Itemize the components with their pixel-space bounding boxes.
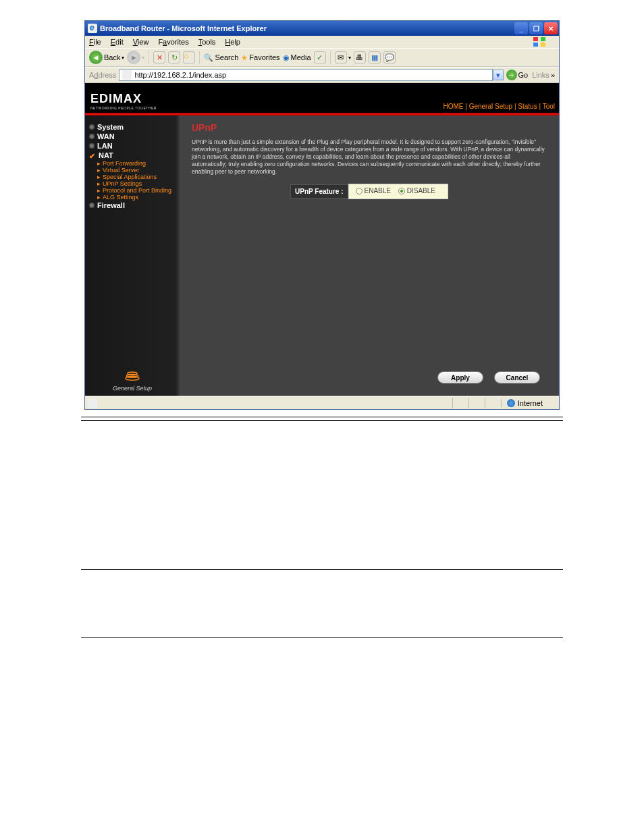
bullet-icon	[89, 124, 95, 130]
edit-page-button[interactable]: ▦	[369, 51, 381, 63]
globe-icon	[507, 399, 515, 407]
sidebar-sub-special-applications[interactable]: ▸Special Applications	[89, 174, 177, 180]
main-panel: UPnP UPnP is more than just a simple ext…	[180, 115, 559, 396]
bullet-icon	[89, 134, 95, 139]
sidebar-item-nat[interactable]: ✔NAT	[89, 151, 177, 160]
arrow-icon: ▸	[97, 180, 101, 187]
back-button[interactable]: ◄Back▾	[89, 51, 124, 64]
menu-favorites[interactable]: Favorites	[158, 38, 188, 46]
menu-tools[interactable]: Tools	[198, 38, 216, 46]
upnp-feature-row: UPnP Feature : ENABLE DISABLE	[192, 184, 547, 199]
window-title: Broadband Router - Microsoft Internet Ex…	[100, 24, 514, 32]
top-nav: HOME | General Setup | Status | Tool	[443, 103, 555, 110]
favorites-button[interactable]: ★Favorites	[241, 53, 279, 62]
windows-flag-icon	[533, 37, 545, 47]
bullet-icon	[89, 143, 95, 149]
media-button[interactable]: ◉Media	[283, 53, 311, 62]
title-bar: Broadband Router - Microsoft Internet Ex…	[85, 21, 559, 36]
page-header: EDIMAX NETWORKING PEOPLE TOGETHER HOME |…	[85, 83, 559, 113]
home-button[interactable]: ⌂	[183, 51, 195, 63]
url-input[interactable]: http://192.168.2.1/index.asp	[119, 69, 492, 81]
page-icon	[122, 70, 132, 80]
restore-button[interactable]: ❐	[529, 22, 543, 34]
radio-disable[interactable]: DISABLE	[398, 187, 435, 194]
tab-tool[interactable]: Tool	[543, 103, 555, 110]
url-dropdown[interactable]: ▾	[493, 70, 504, 80]
links-chevron-icon[interactable]: »	[551, 71, 555, 79]
ie-window: Broadband Router - Microsoft Internet Ex…	[84, 20, 560, 410]
stop-button[interactable]: ✕	[153, 51, 165, 63]
tab-general-setup[interactable]: General Setup	[469, 103, 513, 110]
print-button[interactable]: 🖶	[354, 51, 366, 63]
upnp-feature-label: UPnP Feature :	[290, 184, 348, 199]
sidebar-sub-virtual-server[interactable]: ▸Virtual Server	[89, 167, 177, 174]
arrow-icon: ▸	[97, 174, 101, 180]
radio-icon	[398, 188, 405, 194]
menu-edit[interactable]: Edit	[111, 38, 124, 46]
arrow-icon: ▸	[97, 167, 101, 174]
tab-home[interactable]: HOME	[443, 103, 463, 110]
separator-lines	[81, 637, 563, 638]
mail-button[interactable]: ✉▾	[335, 51, 351, 63]
sidebar-item-lan[interactable]: LAN	[89, 141, 177, 151]
sidebar-item-firewall[interactable]: Firewall	[89, 201, 177, 210]
sidebar-sub-protocol-port-binding[interactable]: ▸Protocol and Port Binding	[89, 187, 177, 194]
page-description: UPnP is more than just a simple extensio…	[192, 138, 547, 176]
menu-bar: File Edit View Favorites Tools Help	[85, 36, 559, 48]
status-bar: Internet	[85, 396, 559, 409]
menu-view[interactable]: View	[133, 38, 149, 46]
close-button[interactable]: ✕	[544, 22, 558, 34]
check-icon: ✔	[89, 152, 96, 159]
menu-help[interactable]: Help	[225, 38, 240, 46]
address-bar: Address http://192.168.2.1/index.asp ▾ →…	[85, 67, 559, 83]
separator-lines	[81, 569, 563, 570]
router-page: EDIMAX NETWORKING PEOPLE TOGETHER HOME |…	[85, 83, 559, 396]
search-button[interactable]: 🔍Search	[204, 53, 238, 62]
sidebar-sub-upnp-settings[interactable]: ▸UPnP Settings	[89, 180, 177, 187]
upnp-feature-options: ENABLE DISABLE	[348, 184, 449, 199]
sidebar-nav: System WAN LAN ✔NAT ▸Port Forwarding ▸Vi…	[85, 115, 180, 396]
svg-point-2	[128, 372, 137, 375]
brand-logo: EDIMAX NETWORKING PEOPLE TOGETHER	[90, 92, 157, 110]
arrow-icon: ▸	[97, 160, 101, 167]
ie-icon	[88, 24, 97, 33]
sidebar-item-system[interactable]: System	[89, 122, 177, 132]
menu-file[interactable]: File	[89, 38, 101, 46]
rings-icon	[122, 369, 142, 382]
discuss-button[interactable]: 💬	[383, 51, 396, 63]
sidebar-sub-alg-settings[interactable]: ▸ALG Settings	[89, 194, 177, 201]
separator-lines	[81, 417, 563, 421]
minimize-button[interactable]: _	[514, 22, 528, 34]
history-button[interactable]: ✓	[314, 51, 326, 63]
radio-icon	[356, 188, 363, 194]
sidebar-footer: General Setup	[85, 369, 180, 392]
refresh-button[interactable]: ↻	[168, 51, 180, 63]
bullet-icon	[89, 203, 95, 208]
sidebar-sub-port-forwarding[interactable]: ▸Port Forwarding	[89, 160, 177, 167]
links-label[interactable]: Links	[532, 71, 549, 79]
forward-button[interactable]: ►▾	[127, 51, 144, 64]
go-button[interactable]: →Go	[506, 70, 529, 80]
radio-enable[interactable]: ENABLE	[356, 187, 391, 194]
action-buttons: Apply Cancel	[437, 371, 540, 384]
arrow-icon: ▸	[97, 194, 101, 201]
page-title: UPnP	[192, 122, 547, 133]
toolbar: ◄Back▾ ►▾ ✕ ↻ ⌂ 🔍Search ★Favorites ◉Medi…	[85, 48, 559, 67]
zone-indicator: Internet	[501, 399, 556, 407]
apply-button[interactable]: Apply	[437, 371, 483, 384]
arrow-icon: ▸	[97, 187, 101, 194]
ie-icon	[88, 398, 97, 408]
address-label: Address	[89, 71, 116, 79]
sidebar-item-wan[interactable]: WAN	[89, 132, 177, 141]
cancel-button[interactable]: Cancel	[494, 371, 540, 384]
tab-status[interactable]: Status	[518, 103, 537, 110]
